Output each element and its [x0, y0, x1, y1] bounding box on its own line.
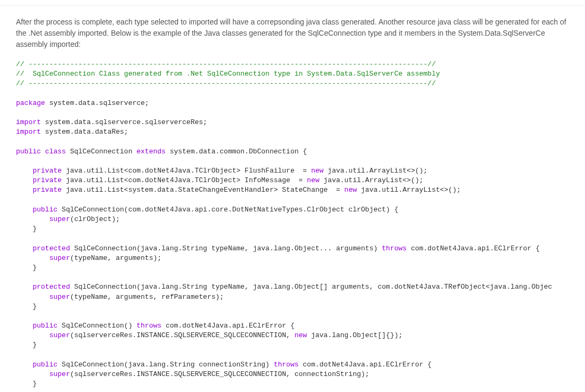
code-block-container: // -------------------------------------…	[16, 60, 569, 389]
intro-paragraph: After the process is complete, each type…	[16, 17, 569, 50]
top-divider	[0, 5, 585, 6]
code-content: // -------------------------------------…	[16, 60, 569, 389]
code-scroll-area[interactable]: // -------------------------------------…	[16, 60, 569, 389]
